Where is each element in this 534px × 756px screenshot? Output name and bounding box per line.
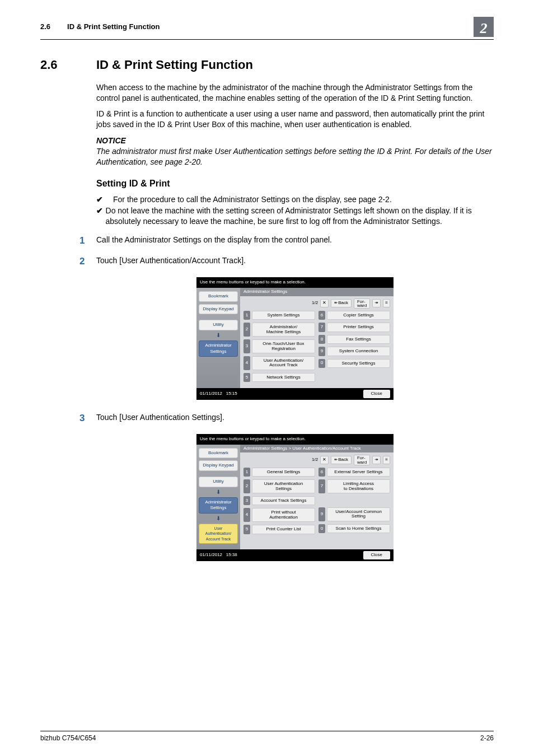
sidebar-admin-settings[interactable]: Administrator Settings [199, 497, 238, 514]
sidebar-bookmark[interactable]: Bookmark [199, 291, 238, 302]
sidebar-user-auth-track[interactable]: User Authentication/ Account Track [199, 524, 238, 544]
pager-bar: 1/2 ✕ ↞Back For- ward ↠ ≡ [240, 452, 394, 467]
menu-fax[interactable]: 8Fax Settings [318, 335, 390, 344]
step-num: 2 [79, 255, 96, 268]
heading-number: 2.6 [40, 57, 96, 73]
sidebar-display-keypad[interactable]: Display Keypad [199, 304, 238, 315]
step-text: Touch [User Authentication Settings]. [96, 412, 494, 425]
close-x-button[interactable]: ✕ [320, 456, 329, 464]
screenshot-admin-settings: Use the menu buttons or keypad to make a… [196, 277, 394, 400]
forward-button[interactable]: For- ward [354, 298, 370, 309]
check-item-1: ✔ For the procedure to call the Administ… [96, 194, 494, 205]
menu-network[interactable]: 5Network Settings [243, 373, 315, 382]
back-button[interactable]: ↞Back [331, 456, 352, 464]
down-arrow-icon: ⬇ [199, 332, 238, 339]
menu-print-counter[interactable]: 5Print Counter List [243, 525, 315, 534]
breadcrumb: Administrator Settings > User Authentica… [240, 445, 394, 453]
shot-footer: 01/11/2012 15:38 Close [196, 549, 394, 561]
menu-col-left: 1General Settings 2User Authentication S… [243, 468, 315, 537]
page-indicator: 1/2 [312, 300, 318, 306]
step-3: 3 Touch [User Authentication Settings]. [96, 412, 494, 425]
intro-para-2: ID & Print is a function to authenticate… [96, 109, 494, 130]
heading-title: ID & Print Setting Function [96, 57, 253, 73]
shot-instruction: Use the menu buttons or keypad to make a… [196, 277, 394, 288]
menu-printer[interactable]: 7Printer Settings [318, 323, 390, 332]
section-heading: 2.6 ID & Print Setting Function [40, 57, 494, 73]
step-1: 1 Call the Administrator Settings on the… [96, 235, 494, 248]
forward-button[interactable]: For- ward [354, 455, 370, 465]
down-arrow-icon: ⬇ [199, 515, 238, 522]
menu-admin-machine[interactable]: 2Administrator/ Machine Settings [243, 323, 315, 337]
close-button[interactable]: Close [363, 390, 390, 398]
shot-time: 15:15 [226, 391, 237, 396]
menu-general[interactable]: 1General Settings [243, 468, 315, 477]
sidebar-utility[interactable]: Utility [199, 477, 238, 487]
back-button[interactable]: ↞Back [331, 299, 352, 307]
sidebar-display-keypad[interactable]: Display Keypad [199, 460, 238, 471]
menu-security[interactable]: 0Security Settings [318, 359, 390, 368]
list-button[interactable]: ≡ [383, 299, 390, 307]
shot-sidebar: Bookmark Display Keypad Utility ⬇ Admini… [196, 445, 240, 549]
check-text: For the procedure to call the Administra… [113, 194, 392, 205]
pager-bar: 1/2 ✕ ↞Back For- ward ↠ ≡ [240, 296, 394, 311]
menu-user-auth-track[interactable]: 4User Authentication/ Account Track [243, 356, 315, 370]
notice-body: The administrator must first make User A… [96, 146, 494, 167]
close-button[interactable]: Close [363, 551, 390, 559]
page-footer: bizhub C754/C654 2-26 [40, 731, 494, 743]
sidebar-bookmark[interactable]: Bookmark [199, 448, 238, 459]
down-arrow-icon: ⬇ [199, 488, 238, 496]
breadcrumb: Administrator Settings [240, 288, 394, 296]
header-section-title: ID & Print Setting Function [67, 22, 474, 32]
step-text: Touch [User Authentication/Account Track… [96, 255, 494, 268]
next-arrow-button[interactable]: ↠ [372, 299, 381, 307]
shot-instruction: Use the menu buttons or keypad to make a… [196, 434, 394, 445]
menu-onetouch[interactable]: 3One-Touch/User Box Registration [243, 339, 315, 353]
notice-label: NOTICE [96, 136, 494, 146]
subheading-setting: Setting ID & Print [96, 178, 494, 190]
shot-footer: 01/11/2012 15:15 Close [196, 388, 394, 400]
header-section-num: 2.6 [40, 22, 50, 32]
step-num: 1 [79, 235, 96, 248]
sidebar-utility[interactable]: Utility [199, 320, 238, 330]
menu-ext-server[interactable]: 6External Server Settings [318, 468, 390, 477]
menu-user-acct-common[interactable]: 9User/Account Common Setting [318, 507, 390, 521]
menu-user-auth-set[interactable]: 2User Authentication Settings [243, 479, 315, 493]
check-item-2: ✔ Do not leave the machine with the sett… [96, 206, 494, 227]
running-header: 2.6 ID & Print Setting Function 2 [40, 17, 494, 40]
menu-sys-conn[interactable]: 9System Connection [318, 347, 390, 356]
intro-para-1: When access to the machine by the admini… [96, 82, 494, 104]
check-icon: ✔ [96, 194, 113, 205]
step-text: Call the Administrator Settings on the d… [96, 235, 494, 248]
list-button[interactable]: ≡ [383, 456, 390, 464]
step-2: 2 Touch [User Authentication/Account Tra… [96, 255, 494, 268]
menu-print-noauth[interactable]: 4Print without Authentication [243, 508, 315, 522]
menu-col-left: 1System Settings 2Administrator/ Machine… [243, 311, 315, 385]
menu-copier[interactable]: 6Copier Settings [318, 311, 390, 320]
step-num: 3 [79, 412, 96, 425]
check-icon: ✔ [96, 206, 106, 227]
menu-system-settings[interactable]: 1System Settings [243, 311, 315, 320]
menu-col-right: 6External Server Settings 7Limiting Acce… [318, 468, 390, 537]
sidebar-admin-settings[interactable]: Administrator Settings [199, 340, 238, 357]
menu-col-right: 6Copier Settings 7Printer Settings 8Fax … [318, 311, 390, 385]
footer-page: 2-26 [480, 734, 494, 743]
shot-sidebar: Bookmark Display Keypad Utility ⬇ Admini… [196, 288, 240, 388]
next-arrow-button[interactable]: ↠ [372, 456, 381, 464]
shot-time: 15:38 [226, 552, 237, 557]
close-x-button[interactable]: ✕ [320, 299, 329, 307]
menu-account-track[interactable]: 3Account Track Settings [243, 496, 315, 505]
menu-scan-home[interactable]: 0Scan to Home Settings [318, 524, 390, 533]
shot-date: 01/11/2012 [200, 391, 222, 396]
screenshot-user-auth: Use the menu buttons or keypad to make a… [196, 434, 394, 561]
page-indicator: 1/2 [312, 457, 318, 463]
chapter-number-box: 2 [474, 17, 494, 37]
menu-limit-access[interactable]: 7Limiting Access to Destinations [318, 479, 390, 493]
shot-date: 01/11/2012 [200, 552, 222, 557]
footer-model: bizhub C754/C654 [40, 734, 96, 743]
check-text: Do not leave the machine with the settin… [106, 206, 494, 227]
